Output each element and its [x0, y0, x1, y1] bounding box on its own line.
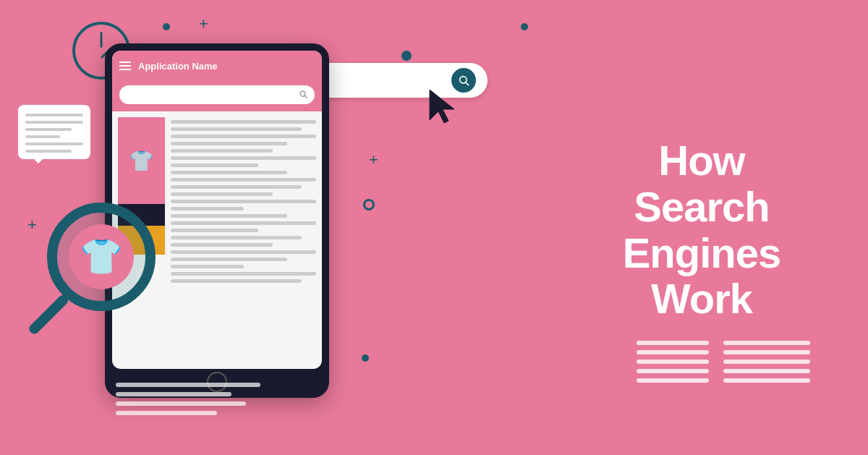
magnifier-handle [27, 293, 70, 336]
content-line-8 [171, 171, 287, 174]
tablet-search-row [112, 81, 322, 111]
content-line-3 [171, 135, 316, 138]
chat-line-6 [25, 150, 72, 153]
tablet-search-box[interactable] [119, 85, 315, 104]
bottom-content-lines-left [116, 383, 260, 415]
heading-line-2: Search Engines [579, 184, 825, 276]
shirt-icon: 👕 [129, 149, 154, 173]
hamburger-line-3 [119, 69, 131, 70]
clock-hand-hour [101, 32, 103, 48]
content-line-22 [171, 272, 316, 276]
chat-line-2 [25, 121, 83, 124]
right-line-1 [637, 341, 709, 345]
content-line-15 [171, 221, 316, 225]
tablet-header: Application Name [112, 51, 322, 81]
right-line-10 [723, 378, 810, 383]
content-line-11 [171, 192, 273, 196]
content-line-5 [171, 149, 273, 153]
magnifier-shirt-icon: 👕 [69, 224, 134, 289]
heading-line-3: Work [579, 276, 825, 322]
content-line-19 [171, 250, 316, 254]
svg-line-4 [305, 95, 307, 98]
product-image-top: 👕 [118, 117, 165, 204]
content-line-10 [171, 185, 302, 189]
hamburger-menu-icon [119, 61, 131, 70]
svg-line-1 [466, 82, 469, 85]
content-line-14 [171, 214, 287, 218]
tablet-search-icon [299, 90, 307, 101]
bottom-content-lines-right [637, 341, 810, 383]
chat-line-3 [25, 128, 72, 131]
heading-line-1: How [579, 137, 825, 184]
decor-dot-5 [362, 354, 369, 362]
chat-line-1 [25, 114, 83, 116]
content-line-23 [171, 279, 302, 283]
content-line-1 [171, 120, 316, 124]
right-line-3 [637, 360, 709, 364]
decor-dot-3 [401, 51, 412, 61]
tablet-content-lines [171, 117, 316, 283]
decor-circle-1 [363, 199, 375, 211]
chat-line-5 [25, 143, 83, 145]
right-line-9 [723, 369, 810, 373]
tablet-app-name: Application Name [138, 61, 218, 72]
content-line-6 [171, 156, 316, 160]
svg-marker-2 [430, 90, 454, 123]
bottom-line-left-3 [116, 401, 246, 406]
right-line-4 [637, 369, 709, 373]
content-line-20 [171, 258, 287, 261]
content-line-17 [171, 236, 302, 239]
content-line-12 [171, 200, 316, 203]
right-line-5 [637, 378, 709, 383]
decor-dot-1 [163, 23, 170, 30]
bottom-line-left-1 [116, 383, 260, 387]
decor-plus-3: + [27, 217, 37, 233]
right-line-2 [637, 350, 709, 354]
right-line-6 [723, 341, 810, 345]
decor-plus-1: + [199, 16, 208, 32]
right-line-8 [723, 360, 810, 364]
decor-dot-2 [521, 23, 528, 30]
right-line-7 [723, 350, 810, 354]
chat-line-4 [25, 135, 60, 138]
content-line-9 [171, 178, 316, 182]
chat-bubble [18, 105, 90, 159]
bottom-line-left-4 [116, 411, 217, 415]
chat-lines [18, 105, 90, 161]
decor-plus-2: + [369, 152, 378, 168]
content-line-18 [171, 243, 273, 247]
magnifying-glass: 👕 [40, 203, 177, 340]
hamburger-line-1 [119, 61, 131, 63]
content-line-16 [171, 229, 258, 232]
content-line-21 [171, 265, 244, 268]
hamburger-line-2 [119, 65, 131, 67]
line-group-2 [723, 341, 810, 383]
content-line-13 [171, 207, 244, 211]
bottom-line-left-2 [116, 392, 231, 396]
content-line-2 [171, 127, 302, 131]
content-line-7 [171, 163, 258, 167]
main-heading-container: How Search Engines Work [579, 137, 825, 322]
line-group-1 [637, 341, 709, 383]
content-line-4 [171, 142, 287, 145]
